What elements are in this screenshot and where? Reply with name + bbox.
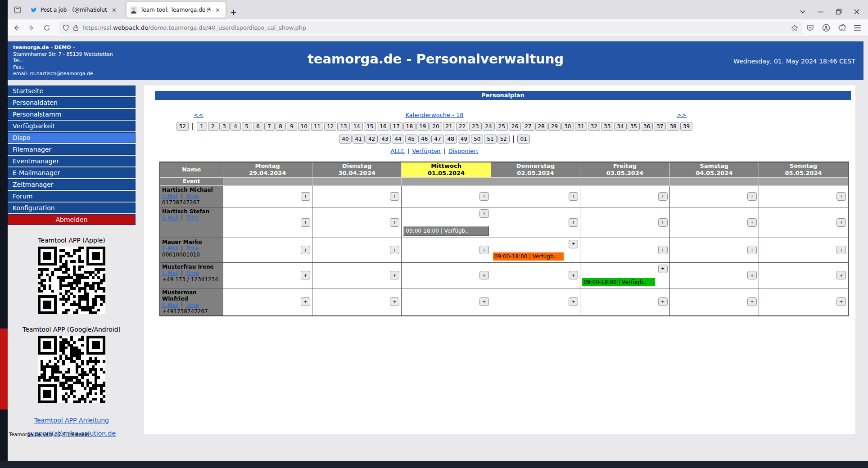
add-entry-button[interactable]: + xyxy=(836,218,846,227)
pocket-icon[interactable] xyxy=(806,24,814,32)
sidebar-item-personaldaten[interactable]: Personaldaten xyxy=(8,97,136,108)
close-window-icon[interactable] xyxy=(854,9,860,15)
next-week-link[interactable]: >> xyxy=(677,112,687,118)
week-button-23[interactable]: 23 xyxy=(469,122,481,131)
week-button-34[interactable]: 34 xyxy=(614,122,626,131)
add-entry-button[interactable]: + xyxy=(836,271,846,279)
week-button-19[interactable]: 19 xyxy=(416,122,429,131)
time-link[interactable]: Time xyxy=(185,193,199,199)
add-entry-button[interactable]: + xyxy=(747,218,757,227)
tracking-shield-icon[interactable] xyxy=(63,24,69,31)
url-bar[interactable]: https://ssl.webpack.de/demo.teamorga.de/… xyxy=(59,22,802,34)
week-button-2[interactable]: 2 xyxy=(208,122,218,131)
tab-close-icon[interactable]: ✕ xyxy=(213,6,222,14)
forward-icon[interactable] xyxy=(25,22,38,34)
bookmark-star-icon[interactable] xyxy=(791,24,798,32)
time-link[interactable]: Time xyxy=(185,245,199,252)
email-link[interactable]: E-Mail xyxy=(162,193,178,199)
add-entry-button[interactable]: + xyxy=(390,297,399,306)
add-entry-button[interactable]: + xyxy=(301,218,310,227)
filter-link-alle[interactable]: ALLE xyxy=(390,148,405,154)
new-tab-button[interactable]: + xyxy=(226,6,241,19)
add-entry-button[interactable]: + xyxy=(301,297,310,306)
time-link[interactable]: Time xyxy=(185,302,199,308)
week-button-26[interactable]: 26 xyxy=(509,122,521,131)
add-entry-button[interactable]: + xyxy=(390,218,399,227)
add-entry-button[interactable]: + xyxy=(569,218,578,227)
week-button-1[interactable]: 1 xyxy=(197,122,207,131)
week-button-31[interactable]: 31 xyxy=(575,122,587,131)
email-link[interactable]: E-Mail xyxy=(162,270,178,276)
restore-window-icon[interactable] xyxy=(836,9,842,15)
add-entry-button[interactable]: + xyxy=(658,218,668,227)
week-button-9[interactable]: 9 xyxy=(287,122,297,131)
week-button-33[interactable]: 33 xyxy=(601,122,613,131)
week-button-6[interactable]: 6 xyxy=(253,122,263,131)
week-button-42[interactable]: 42 xyxy=(366,135,378,144)
week-button-37[interactable]: 37 xyxy=(654,122,666,131)
email-link[interactable]: E-Mail xyxy=(162,215,178,221)
add-entry-button[interactable]: + xyxy=(301,246,310,254)
add-entry-button[interactable]: + xyxy=(658,192,668,201)
tab-close-icon[interactable]: ✕ xyxy=(110,6,118,14)
week-button-3[interactable]: 3 xyxy=(219,122,230,131)
tab-list-chevron-icon[interactable] xyxy=(800,9,806,15)
week-button-27[interactable]: 27 xyxy=(522,122,534,131)
sidebar-item-verf-gbarkeit[interactable]: Verfügbarkeit xyxy=(8,121,136,131)
week-button-10[interactable]: 10 xyxy=(298,122,310,131)
prev-week-link[interactable]: << xyxy=(194,112,203,118)
week-button-48[interactable]: 48 xyxy=(445,135,457,144)
week-button-11[interactable]: 11 xyxy=(311,122,323,131)
week-button-50[interactable]: 50 xyxy=(471,135,483,144)
add-entry-button[interactable]: + xyxy=(479,271,489,279)
week-button-36[interactable]: 36 xyxy=(641,122,653,131)
url-text[interactable]: https://ssl.webpack.de/demo.teamorga.de/… xyxy=(82,24,788,31)
sidebar-item-personalstamm[interactable]: Personalstamm xyxy=(8,109,136,120)
week-button-16[interactable]: 16 xyxy=(377,122,389,131)
add-entry-button[interactable]: + xyxy=(658,297,668,306)
week-button-22[interactable]: 22 xyxy=(456,122,468,131)
sidebar-item-filemanager[interactable]: Filemanager xyxy=(8,144,136,155)
week-button-38[interactable]: 38 xyxy=(667,122,679,131)
week-button-30[interactable]: 30 xyxy=(561,122,574,131)
week-button-01[interactable]: 01 xyxy=(517,135,529,144)
sidebar-item-zeitmanager[interactable]: Zeitmanager xyxy=(8,179,136,190)
week-button-4[interactable]: 4 xyxy=(231,122,241,131)
week-button-49[interactable]: 49 xyxy=(458,135,470,144)
add-entry-button[interactable]: + xyxy=(479,209,489,218)
week-button-44[interactable]: 44 xyxy=(392,135,404,144)
add-entry-button[interactable]: + xyxy=(747,271,757,279)
week-button-45[interactable]: 45 xyxy=(405,135,417,144)
week-button-18[interactable]: 18 xyxy=(403,122,416,131)
anleitung-link[interactable]: Teamtool APP Anleitung xyxy=(8,417,136,424)
filter-link-verfügbar[interactable]: Verfügbar xyxy=(412,148,441,154)
sidebar-item-abmelden[interactable]: Abmelden xyxy=(8,214,136,225)
firefox-view-icon[interactable] xyxy=(10,3,25,17)
add-entry-button[interactable]: + xyxy=(390,271,399,279)
add-entry-button[interactable]: + xyxy=(479,246,489,254)
week-button-14[interactable]: 14 xyxy=(351,122,363,131)
menu-hamburger-icon[interactable] xyxy=(854,25,861,31)
extensions-puzzle-icon[interactable] xyxy=(838,24,846,32)
add-entry-button[interactable]: + xyxy=(569,297,578,306)
add-entry-button[interactable]: + xyxy=(390,192,399,201)
time-link[interactable]: Time xyxy=(185,215,199,221)
add-entry-button[interactable]: + xyxy=(836,246,846,254)
week-button-28[interactable]: 28 xyxy=(535,122,547,131)
week-button-7[interactable]: 7 xyxy=(264,122,275,131)
add-entry-button[interactable]: + xyxy=(479,297,489,306)
back-icon[interactable] xyxy=(9,22,23,34)
week-button-29[interactable]: 29 xyxy=(548,122,561,131)
week-button-35[interactable]: 35 xyxy=(628,122,640,131)
calendar-week-link[interactable]: Kalenderwoche - 18 xyxy=(405,112,463,118)
add-entry-button[interactable]: + xyxy=(569,271,578,279)
lock-icon[interactable] xyxy=(73,24,79,31)
week-button-13[interactable]: 13 xyxy=(337,122,349,131)
week-button-21[interactable]: 21 xyxy=(443,122,455,131)
week-button-39[interactable]: 39 xyxy=(680,122,692,131)
week-button-17[interactable]: 17 xyxy=(390,122,402,131)
tab-post-a-job[interactable]: Post a job - (@mihaSolutions) | ✕ xyxy=(27,2,122,18)
reload-icon[interactable] xyxy=(40,22,54,34)
add-entry-button[interactable]: + xyxy=(479,192,489,201)
week-button-43[interactable]: 43 xyxy=(379,135,391,144)
